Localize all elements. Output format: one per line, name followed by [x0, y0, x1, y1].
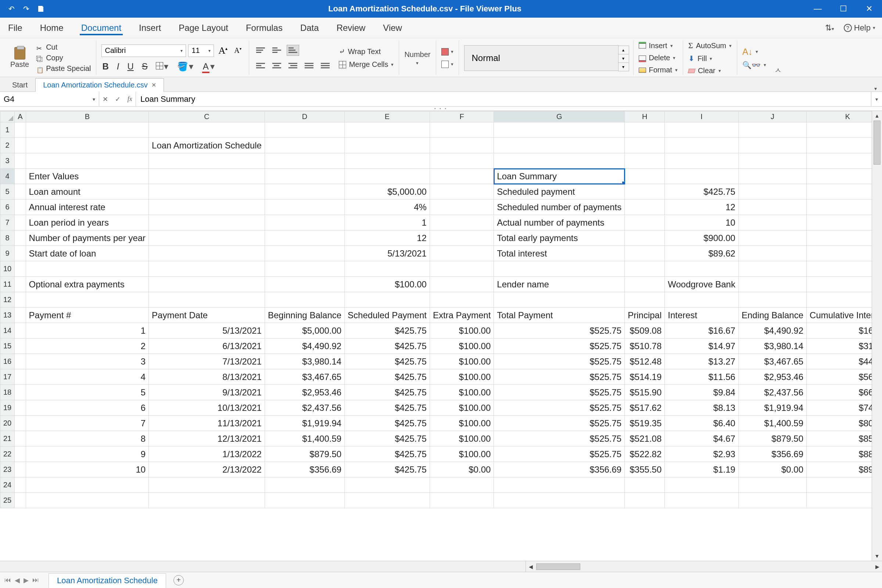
align-right-button[interactable] — [286, 60, 299, 71]
font-family-select[interactable]: Calibri▾ — [101, 45, 186, 57]
row-header-9[interactable]: 9 — [0, 246, 15, 261]
menu-home[interactable]: Home — [39, 21, 65, 35]
cell[interactable]: $100.00 — [430, 416, 494, 431]
cell[interactable] — [15, 462, 26, 477]
cell[interactable]: $425.75 — [345, 369, 430, 385]
accept-edit-icon[interactable]: ✓ — [115, 95, 120, 103]
name-box[interactable]: G4▾ — [0, 92, 99, 106]
row-header-13[interactable]: 13 — [0, 308, 15, 323]
row-header-24[interactable]: 24 — [0, 477, 15, 493]
cell[interactable]: $425.75 — [345, 447, 430, 462]
align-bottom-button[interactable] — [286, 45, 299, 56]
cell[interactable]: 12/13/2021 — [149, 431, 265, 447]
row-header-20[interactable]: 20 — [0, 416, 15, 431]
cell[interactable]: $525.75 — [494, 354, 625, 369]
cell[interactable] — [15, 277, 26, 292]
cell[interactable] — [15, 354, 26, 369]
cond-format-button[interactable]: ▾ — [441, 48, 453, 56]
cell[interactable]: 10 — [665, 215, 739, 230]
cell[interactable] — [738, 246, 806, 261]
cell[interactable] — [494, 493, 625, 508]
row-header-7[interactable]: 7 — [0, 215, 15, 230]
cell[interactable] — [494, 261, 625, 277]
col-header-D[interactable]: D — [265, 111, 344, 122]
cell[interactable] — [738, 477, 806, 493]
cell[interactable] — [665, 153, 739, 169]
row-header-8[interactable]: 8 — [0, 230, 15, 246]
cell[interactable]: 1 — [26, 323, 148, 339]
cell[interactable]: $514.19 — [625, 369, 665, 385]
cell[interactable] — [15, 215, 26, 230]
cell[interactable]: $3,467.65 — [738, 354, 806, 369]
cell[interactable] — [738, 215, 806, 230]
cell[interactable] — [15, 447, 26, 462]
cell[interactable]: $525.75 — [494, 323, 625, 339]
col-header-A[interactable]: A — [15, 111, 26, 122]
cell[interactable]: $100.00 — [430, 339, 494, 354]
col-header-E[interactable]: E — [345, 111, 430, 122]
cell[interactable]: $44.90 — [807, 354, 872, 369]
cell[interactable]: 5/13/2021 — [149, 323, 265, 339]
cell[interactable] — [430, 169, 494, 184]
cell[interactable]: Loan Amortization Schedule — [149, 138, 265, 153]
cell[interactable]: Lender name — [494, 277, 625, 292]
cell[interactable] — [265, 277, 344, 292]
cell[interactable] — [15, 493, 26, 508]
cell[interactable]: $1.19 — [665, 462, 739, 477]
cell[interactable] — [265, 292, 344, 308]
font-size-select[interactable]: 11▾ — [188, 45, 214, 57]
cell[interactable] — [665, 169, 739, 184]
formula-bar-gripper[interactable]: • • • — [0, 106, 882, 111]
cell[interactable] — [494, 138, 625, 153]
row-header-25[interactable]: 25 — [0, 493, 15, 508]
cell[interactable]: $509.08 — [625, 323, 665, 339]
cell[interactable] — [15, 230, 26, 246]
cell[interactable]: $100.00 — [430, 385, 494, 400]
shrink-font-icon[interactable]: A▾ — [232, 46, 243, 55]
number-format-button[interactable]: Number▾ — [404, 50, 430, 66]
ribbon-options-icon[interactable]: ⇅▾ — [825, 23, 834, 33]
cell[interactable] — [149, 122, 265, 138]
cell[interactable] — [149, 246, 265, 261]
doc-tabs-overflow[interactable]: ▾ — [874, 86, 882, 92]
cell[interactable] — [15, 169, 26, 184]
cell[interactable]: $100.00 — [430, 400, 494, 416]
wrap-text-button[interactable]: ⤶Wrap Text — [339, 47, 394, 56]
cell[interactable]: $521.08 — [625, 431, 665, 447]
cell[interactable] — [345, 169, 430, 184]
cell[interactable]: $8.13 — [665, 400, 739, 416]
cell[interactable]: $525.75 — [494, 385, 625, 400]
cell[interactable] — [265, 230, 344, 246]
col-header-K[interactable]: K — [807, 111, 872, 122]
cell[interactable]: Payment Date — [149, 308, 265, 323]
cell[interactable] — [738, 138, 806, 153]
cell[interactable] — [738, 169, 806, 184]
cell[interactable]: Scheduled payment — [494, 184, 625, 200]
cell[interactable]: 6/13/2021 — [149, 339, 265, 354]
font-color-button[interactable]: A▾ — [201, 62, 216, 72]
clear-button[interactable]: Clear▾ — [688, 66, 732, 75]
cell[interactable] — [15, 339, 26, 354]
cell[interactable] — [494, 292, 625, 308]
cell[interactable] — [15, 261, 26, 277]
indent-button[interactable] — [319, 60, 332, 71]
cell[interactable]: $31.64 — [807, 339, 872, 354]
cell[interactable] — [15, 246, 26, 261]
cell[interactable] — [807, 200, 872, 215]
expand-formula-bar-icon[interactable]: ▾ — [871, 92, 882, 106]
copy-button[interactable]: Copy — [36, 54, 91, 62]
cell[interactable]: $356.69 — [738, 447, 806, 462]
row-header-5[interactable]: 5 — [0, 184, 15, 200]
cell[interactable] — [625, 493, 665, 508]
sheet-tab-active[interactable]: Loan Amortization Schedule — [48, 573, 166, 588]
row-header-12[interactable]: 12 — [0, 292, 15, 308]
cell[interactable]: $900.00 — [665, 230, 739, 246]
cell[interactable]: $2.93 — [665, 447, 739, 462]
select-all-corner[interactable] — [0, 111, 15, 122]
cell[interactable]: $0.00 — [430, 462, 494, 477]
cell[interactable] — [149, 184, 265, 200]
cell[interactable] — [430, 215, 494, 230]
col-header-F[interactable]: F — [430, 111, 494, 122]
cell[interactable]: $3,467.65 — [265, 369, 344, 385]
cell[interactable] — [26, 477, 148, 493]
